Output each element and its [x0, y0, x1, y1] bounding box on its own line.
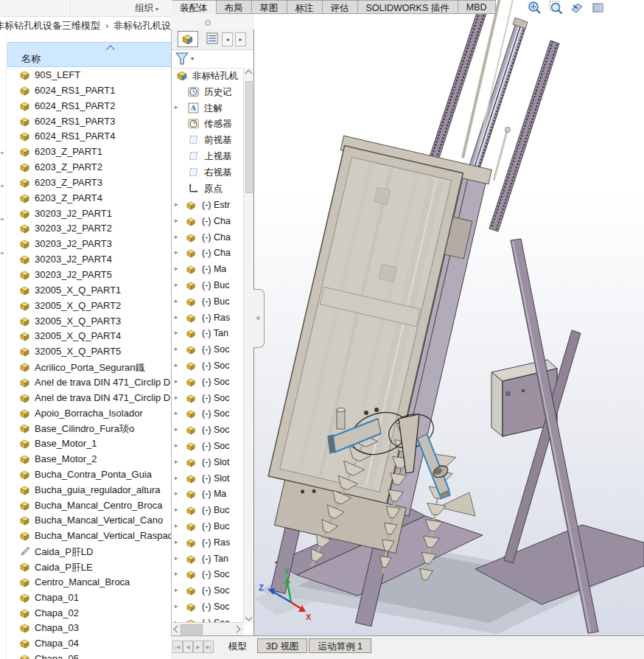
tree-root-assembly[interactable]: 非标钻孔机 — [172, 68, 244, 84]
document-tab[interactable]: 3D 视图 — [257, 638, 307, 653]
ribbon-tab[interactable]: MBD — [458, 0, 496, 14]
tree-item-component[interactable]: ▸ (-) Soc — [172, 439, 244, 455]
file-item[interactable]: 90S_LEFT — [0, 68, 177, 83]
expander-icon[interactable]: ▸ — [175, 281, 178, 288]
commandmanager-collapsed-strip[interactable] — [171, 14, 254, 29]
scroll-up-icon[interactable] — [245, 70, 253, 77]
tree-item-component[interactable]: ▸ (-) Soc — [172, 406, 244, 422]
tree-item-front-plane[interactable]: 前视基 — [172, 132, 244, 148]
file-item[interactable]: Chapa_03 — [0, 621, 177, 636]
file-item[interactable]: 30203_J2_PART4 — [0, 252, 177, 268]
file-item[interactable]: 6024_RS1_PART2 — [0, 99, 177, 114]
file-item[interactable]: 6024_RS1_PART1 — [0, 83, 177, 99]
tree-item-component[interactable]: ▸ (-) Cha — [172, 214, 244, 230]
expander-icon[interactable]: ▸ — [175, 602, 178, 610]
tree-item-component[interactable]: ▸ (-) Ras — [172, 535, 244, 551]
breadcrumb-current[interactable]: 非标钻孔机设备 — [113, 20, 177, 31]
tree-item-top-plane[interactable]: 上视基 — [172, 148, 244, 164]
tree-item-history[interactable]: 历史记 — [172, 84, 244, 100]
file-item[interactable]: Acrilico_Porta_Seguran鐡 — [0, 360, 177, 375]
tree-filter-bar[interactable]: ▾ — [172, 49, 253, 69]
expander-icon[interactable]: ▸ — [175, 248, 178, 256]
tree-vertical-scrollbar[interactable] — [243, 68, 253, 623]
document-tab[interactable]: 模型 — [220, 638, 256, 653]
breadcrumb-parent[interactable]: 非标钻孔机设备三维模型 — [0, 20, 100, 31]
file-item[interactable]: Chapa_02 — [0, 606, 177, 621]
document-tab[interactable]: 运动算例 1 — [309, 638, 371, 653]
expander-icon[interactable]: ▸ — [175, 409, 178, 416]
tree-item-origin[interactable]: 原点 — [172, 181, 244, 197]
expander-icon[interactable]: ▸ — [175, 506, 178, 513]
name-column-header[interactable]: 名称 — [7, 42, 177, 67]
expander-icon[interactable]: ▸ — [175, 233, 178, 240]
expander-icon[interactable]: ▸ — [175, 297, 178, 304]
file-item[interactable]: 6024_RS1_PART4 — [0, 129, 177, 144]
file-item[interactable]: Apoio_Borracha_Isolador — [0, 406, 177, 422]
tree-item-component[interactable]: ▸ (-) Soc — [172, 599, 244, 616]
file-item[interactable]: 6203_Z_PART2 — [0, 160, 177, 175]
expander-icon[interactable]: ▸ — [175, 570, 178, 577]
file-item[interactable]: 30203_J2_PART5 — [0, 268, 177, 283]
tree-item-annotations[interactable]: ▸ A 注解 — [172, 100, 244, 116]
file-item[interactable]: 30203_J2_PART1 — [0, 206, 177, 222]
file-item[interactable]: 32005_X_Q_PART2 — [0, 299, 177, 314]
tree-item-component[interactable]: ▸ (-) Soc — [172, 374, 244, 391]
last-tab-button[interactable]: ▶| — [203, 641, 214, 653]
file-item[interactable]: 30203_J2_PART2 — [0, 221, 177, 237]
tree-item-component[interactable]: ▸ (-) Ras — [172, 310, 244, 327]
tree-item-component[interactable]: ▸ (-) Estr — [172, 198, 244, 214]
ribbon-tab[interactable]: 布局 — [217, 0, 252, 14]
file-item[interactable]: Anel de trava DIN 471_Circlip DI — [0, 391, 177, 406]
file-item[interactable]: Chapa_04 — [0, 636, 177, 652]
expander-icon[interactable]: ▸ — [175, 377, 178, 385]
scroll-left-icon[interactable] — [174, 626, 181, 633]
file-item[interactable]: Base_Cilindro_Fura琰o — [0, 421, 177, 436]
expander-icon[interactable]: ▸ — [175, 265, 178, 272]
featuremanager-tree-tab[interactable] — [178, 31, 198, 47]
tree-item-component[interactable]: ▸ (-) Soc — [172, 391, 244, 407]
scroll-down-icon[interactable] — [245, 614, 253, 621]
tree-item-component[interactable]: ▸ (-) Soc — [172, 583, 244, 599]
display-pane-tab[interactable] — [204, 32, 220, 46]
file-item[interactable]: Bucha_guia_regulador_altura — [0, 483, 177, 498]
pane-scroll-left-button[interactable]: ◂ — [222, 32, 233, 46]
file-item[interactable]: 32005_X_Q_PART5 — [0, 344, 177, 360]
tree-item-component[interactable]: ▸ (-) Buc — [172, 278, 244, 294]
expander-icon[interactable]: ▸ — [175, 394, 178, 401]
file-item[interactable]: Chapa_05 — [0, 652, 177, 659]
expander-icon[interactable]: ▸ — [175, 361, 178, 369]
expander-icon[interactable]: ▸ — [175, 442, 178, 449]
expander-icon[interactable]: ▸ — [175, 201, 178, 208]
file-item[interactable]: 30203_J2_PART3 — [0, 237, 177, 252]
first-tab-button[interactable]: |◀ — [172, 641, 183, 653]
file-item[interactable]: 32005_X_Q_PART1 — [0, 283, 177, 299]
file-item[interactable]: Chapa_01 — [0, 590, 177, 606]
expander-icon[interactable]: ▸ — [175, 425, 178, 433]
expander-icon[interactable]: ▸ — [175, 458, 178, 465]
tree-horizontal-scrollbar[interactable] — [172, 622, 244, 635]
tree-item-component[interactable]: ▸ (-) Cha — [172, 245, 244, 262]
file-item[interactable]: Anel de trava DIN 471_Circlip DI — [0, 375, 177, 391]
expander-icon[interactable]: ▸ — [175, 522, 178, 529]
tree-item-component[interactable]: ▸ (-) Slot — [172, 455, 244, 471]
file-item[interactable]: Caida_P肝LD — [0, 544, 177, 559]
expander-icon[interactable]: ▸ — [175, 217, 178, 224]
organize-button[interactable]: 组织▾ — [135, 2, 158, 15]
ribbon-tab[interactable]: 评估 — [323, 0, 358, 14]
expander-icon[interactable]: ▸ — [175, 586, 178, 593]
expander-icon[interactable]: ▸ — [175, 345, 178, 352]
expander-icon[interactable]: ▸ — [175, 538, 178, 545]
tree-item-component[interactable]: ▸ (-) Buc — [172, 294, 244, 310]
next-tab-button[interactable]: ▶ — [193, 641, 203, 653]
file-item[interactable]: 6203_Z_PART4 — [0, 191, 177, 206]
scroll-right-icon[interactable] — [234, 626, 241, 633]
expander-icon[interactable]: ▸ — [175, 489, 178, 497]
ribbon-tab[interactable]: SOLIDWORKS 插件 — [358, 0, 458, 14]
file-item[interactable]: Base_Motor_2 — [0, 452, 177, 467]
tree-item-component[interactable]: ▸ (-) Soc — [172, 342, 244, 358]
file-item[interactable]: Bucha_Contra_Ponta_Guia — [0, 467, 177, 483]
file-item[interactable]: 32005_X_Q_PART3 — [0, 314, 177, 330]
ribbon-tab[interactable]: 草图 — [252, 0, 287, 14]
ribbon-tab[interactable]: 装配体 — [172, 0, 217, 14]
file-item[interactable]: 6203_Z_PART3 — [0, 175, 177, 191]
